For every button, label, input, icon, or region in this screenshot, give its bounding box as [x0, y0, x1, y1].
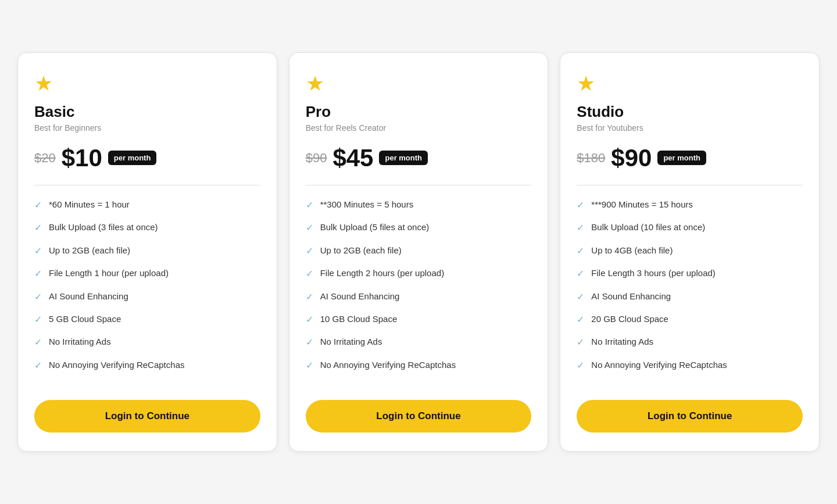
- check-icon: ✓: [577, 199, 584, 212]
- check-icon: ✓: [577, 245, 584, 258]
- feature-item: ✓5 GB Cloud Space: [34, 313, 260, 326]
- check-icon: ✓: [34, 267, 42, 280]
- feature-text: Up to 2GB (each file): [320, 244, 402, 256]
- feature-text: 5 GB Cloud Space: [49, 313, 121, 325]
- feature-text: AI Sound Enhancing: [49, 290, 128, 302]
- check-icon: ✓: [577, 336, 584, 349]
- feature-item: ✓AI Sound Enhancing: [577, 290, 803, 303]
- feature-text: File Length 3 hours (per upload): [591, 267, 715, 279]
- plan-name: Basic: [34, 103, 260, 121]
- per-month-badge: per month: [379, 151, 428, 165]
- feature-text: File Length 2 hours (per upload): [320, 267, 444, 279]
- feature-text: AI Sound Enhancing: [320, 290, 400, 302]
- feature-item: ✓**300 Minutes = 5 hours: [306, 198, 532, 212]
- feature-text: 10 GB Cloud Space: [320, 313, 398, 325]
- pricing-card-basic: ★BasicBest for Beginners$20$10per month✓…: [17, 52, 277, 452]
- feature-item: ✓*60 Minutes = 1 hour: [34, 198, 260, 212]
- check-icon: ✓: [306, 336, 313, 349]
- check-icon: ✓: [577, 291, 584, 303]
- feature-text: No Irritating Ads: [320, 335, 382, 348]
- feature-text: File Length 1 hour (per upload): [49, 267, 169, 279]
- feature-item: ✓Bulk Upload (3 files at once): [34, 221, 260, 234]
- feature-item: ✓Up to 4GB (each file): [577, 244, 803, 258]
- feature-item: ✓File Length 2 hours (per upload): [306, 267, 532, 280]
- feature-text: No Annoying Verifying ReCaptchas: [591, 359, 727, 371]
- feature-item: ✓No Irritating Ads: [34, 335, 260, 349]
- price-original: $20: [34, 151, 56, 166]
- star-icon: ★: [577, 72, 803, 96]
- feature-text: AI Sound Enhancing: [591, 290, 671, 302]
- login-button[interactable]: Login to Continue: [306, 400, 532, 432]
- price-original: $180: [577, 151, 605, 166]
- check-icon: ✓: [306, 359, 313, 372]
- feature-text: Up to 2GB (each file): [49, 244, 130, 256]
- price-original: $90: [306, 151, 327, 166]
- features-list: ✓**300 Minutes = 5 hours✓Bulk Upload (5 …: [306, 198, 532, 381]
- check-icon: ✓: [34, 313, 42, 326]
- features-list: ✓***900 Minutes = 15 hours✓Bulk Upload (…: [577, 198, 803, 381]
- feature-text: Bulk Upload (5 files at once): [320, 221, 430, 233]
- login-button[interactable]: Login to Continue: [577, 400, 803, 432]
- check-icon: ✓: [34, 199, 42, 212]
- feature-text: ***900 Minutes = 15 hours: [591, 198, 693, 210]
- divider: [306, 185, 532, 185]
- price-row: $20$10per month: [34, 144, 260, 172]
- feature-text: Bulk Upload (3 files at once): [49, 221, 158, 233]
- feature-text: No Annoying Verifying ReCaptchas: [49, 359, 184, 371]
- feature-text: Up to 4GB (each file): [591, 244, 673, 256]
- star-icon: ★: [34, 72, 260, 96]
- check-icon: ✓: [34, 336, 42, 349]
- plan-tagline: Best for Reels Creator: [306, 123, 532, 133]
- plan-name: Pro: [306, 103, 532, 121]
- feature-item: ✓Bulk Upload (10 files at once): [577, 221, 803, 234]
- feature-item: ✓Up to 2GB (each file): [306, 244, 532, 258]
- feature-item: ✓File Length 3 hours (per upload): [577, 267, 803, 280]
- feature-item: ✓No Annoying Verifying ReCaptchas: [34, 359, 260, 372]
- feature-item: ✓***900 Minutes = 15 hours: [577, 198, 803, 212]
- check-icon: ✓: [34, 221, 42, 234]
- check-icon: ✓: [306, 267, 313, 280]
- feature-text: No Annoying Verifying ReCaptchas: [320, 359, 456, 371]
- price-current: $10: [62, 144, 102, 172]
- divider: [34, 185, 260, 185]
- check-icon: ✓: [306, 313, 313, 326]
- price-row: $90$45per month: [306, 144, 532, 172]
- feature-text: 20 GB Cloud Space: [591, 313, 668, 325]
- check-icon: ✓: [306, 221, 313, 234]
- check-icon: ✓: [306, 199, 313, 212]
- price-current: $45: [332, 144, 373, 172]
- divider: [577, 185, 803, 185]
- pricing-container: ★BasicBest for Beginners$20$10per month✓…: [17, 52, 820, 452]
- price-row: $180$90per month: [577, 144, 803, 172]
- feature-text: No Irritating Ads: [591, 335, 653, 348]
- feature-text: Bulk Upload (10 files at once): [591, 221, 705, 233]
- feature-item: ✓AI Sound Enhancing: [34, 290, 260, 303]
- feature-item: ✓AI Sound Enhancing: [306, 290, 532, 303]
- feature-item: ✓10 GB Cloud Space: [306, 313, 532, 326]
- plan-tagline: Best for Beginners: [34, 123, 260, 133]
- price-current: $90: [611, 144, 652, 172]
- feature-item: ✓Bulk Upload (5 files at once): [306, 221, 532, 234]
- feature-item: ✓No Annoying Verifying ReCaptchas: [577, 359, 803, 372]
- check-icon: ✓: [577, 267, 584, 280]
- feature-text: **300 Minutes = 5 hours: [320, 198, 414, 210]
- check-icon: ✓: [577, 221, 584, 234]
- feature-item: ✓No Irritating Ads: [306, 335, 532, 349]
- login-button[interactable]: Login to Continue: [34, 400, 260, 432]
- feature-item: ✓No Annoying Verifying ReCaptchas: [306, 359, 532, 372]
- check-icon: ✓: [577, 313, 584, 326]
- check-icon: ✓: [34, 291, 42, 303]
- plan-tagline: Best for Youtubers: [577, 123, 803, 133]
- features-list: ✓*60 Minutes = 1 hour✓Bulk Upload (3 fil…: [34, 198, 260, 381]
- pricing-card-pro: ★ProBest for Reels Creator$90$45per mont…: [289, 52, 549, 452]
- check-icon: ✓: [34, 245, 42, 258]
- star-icon: ★: [306, 72, 532, 96]
- feature-text: *60 Minutes = 1 hour: [49, 198, 130, 210]
- check-icon: ✓: [306, 291, 313, 303]
- pricing-card-studio: ★StudioBest for Youtubers$180$90per mont…: [560, 52, 820, 452]
- plan-name: Studio: [577, 103, 803, 121]
- per-month-badge: per month: [108, 151, 157, 165]
- feature-text: No Irritating Ads: [49, 335, 111, 348]
- check-icon: ✓: [306, 245, 313, 258]
- feature-item: ✓No Irritating Ads: [577, 335, 803, 349]
